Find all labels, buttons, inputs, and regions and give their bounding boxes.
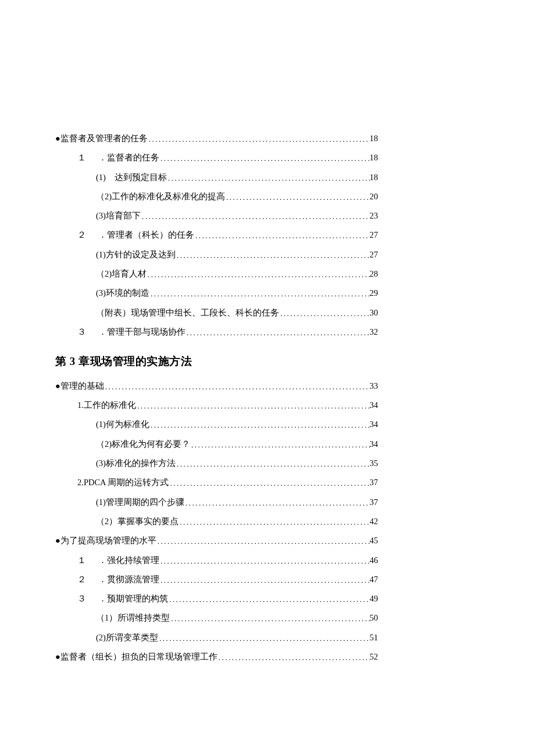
toc-leader-dots: ........................................… (176, 459, 370, 470)
toc-entry-label: （附表）现场管理中组长、工段长、科长的任务 (96, 307, 279, 318)
toc-leader-dots: ........................................… (169, 478, 369, 489)
toc-leader-dots: ........................................… (149, 289, 370, 299)
toc-entry-label: （2)培育人材 (96, 268, 147, 280)
toc-entry: （2）掌握事实的要点..............................… (55, 515, 378, 527)
toc-container: ●监督者及管理者的任务.............................… (55, 132, 378, 662)
toc-entry-page: 18 (370, 152, 379, 163)
toc-entry-page: 33 (370, 380, 379, 392)
toc-entry: １．监督者的任务................................… (55, 152, 378, 163)
toc-entry: （1）所谓维持类型...............................… (55, 612, 378, 624)
toc-leader-dots: ........................................… (194, 231, 370, 241)
toc-entry-page: 30 (370, 307, 379, 318)
toc-entry-label: (3)环境的制造 (96, 287, 149, 299)
toc-entry-page: 28 (370, 268, 379, 280)
toc-entry-page: 50 (370, 612, 379, 624)
toc-entry-page: 45 (370, 535, 379, 546)
toc-leader-dots: ........................................… (279, 309, 370, 319)
toc-entry-label: 2.PDCA 周期的运转方式 (77, 476, 169, 488)
toc-entry: (1)方针的设定及达到.............................… (55, 249, 378, 260)
toc-entry-label: (1)方针的设定及达到 (96, 249, 176, 260)
toc-entry-page: 34 (370, 438, 379, 450)
toc-entry-label: (3)标准化的操作方法 (96, 457, 176, 469)
toc-entry: (2)所谓变革类型...............................… (55, 632, 378, 643)
toc-leader-dots: ........................................… (179, 517, 369, 528)
toc-entry-label: (1) 达到预定目标 (96, 171, 167, 183)
toc-entry-label: ●为了提高现场管理的水平 (55, 535, 156, 546)
toc-entry-page: 27 (370, 229, 379, 241)
toc-entry-label: １．监督者的任务 (77, 152, 159, 163)
toc-leader-dots: ........................................… (190, 440, 369, 450)
toc-entry-label: (1)管理周期的四个步骤 (96, 496, 184, 508)
toc-entry: （2)工作的标准化及标准化的提高........................… (55, 191, 378, 202)
toc-entry-label: （2)工作的标准化及标准化的提高 (96, 191, 225, 202)
toc-leader-dots: ........................................… (168, 594, 370, 605)
toc-entry-page: 51 (370, 632, 379, 643)
toc-entry-page: 20 (370, 191, 379, 202)
toc-entry: ●监督者及管理者的任务.............................… (55, 132, 378, 144)
toc-entry: ●监督者（组长）担负的日常现场管理工作.....................… (55, 651, 378, 662)
toc-entry-page: 52 (370, 651, 379, 662)
toc-leader-dots: ........................................… (104, 382, 370, 392)
toc-entry: ●管理的基础..................................… (55, 380, 378, 392)
toc-entry: （附表）现场管理中组长、工段长、科长的任务...................… (55, 307, 378, 318)
toc-entry: (3)培育部下.................................… (55, 210, 378, 221)
toc-entry: 1.工作的标准化................................… (55, 399, 378, 411)
toc-leader-dots: ........................................… (156, 536, 370, 547)
toc-entry: (1)管理周期的四个步骤............................… (55, 496, 378, 508)
toc-leader-dots: ........................................… (159, 153, 370, 164)
toc-leader-dots: ........................................… (136, 401, 370, 411)
toc-entry-page: 35 (370, 457, 379, 469)
toc-entry-page: 18 (370, 132, 379, 144)
toc-entry-label: （2)标准化为何有必要？ (96, 438, 190, 450)
toc-entry: （2)培育人材.................................… (55, 268, 378, 280)
toc-leader-dots: ........................................… (176, 250, 370, 261)
toc-entry-label: （1）所谓维持类型 (96, 612, 170, 624)
toc-entry: １．强化持续管理................................… (55, 554, 378, 566)
toc-entry: 2.PDCA 周期的运转方式..........................… (55, 476, 378, 488)
toc-entry-label: ●管理的基础 (55, 380, 104, 392)
toc-entry-page: 27 (370, 249, 379, 260)
toc-leader-dots: ........................................… (149, 420, 370, 431)
toc-entry-label: (3)培育部下 (96, 210, 141, 221)
toc-entry-page: 49 (370, 593, 379, 604)
toc-entry: ３．预期管理的构筑...............................… (55, 593, 378, 604)
toc-entry: ●为了提高现场管理的水平............................… (55, 535, 378, 546)
toc-leader-dots: ........................................… (158, 633, 370, 644)
toc-entry: (3)环境的制造................................… (55, 287, 378, 299)
toc-leader-dots: ........................................… (184, 498, 370, 508)
toc-entry-label: （2）掌握事实的要点 (96, 515, 179, 527)
toc-leader-dots: ........................................… (186, 328, 370, 338)
toc-entry-label: １．强化持续管理 (77, 554, 159, 566)
toc-entry: （2)标准化为何有必要？............................… (55, 438, 378, 450)
toc-entry-label: ３．预期管理的构筑 (77, 593, 168, 604)
toc-entry: ２．贯彻源流管理................................… (55, 574, 378, 585)
toc-entry-label: ●监督者（组长）担负的日常现场管理工作 (55, 651, 217, 662)
toc-entry-page: 23 (370, 210, 379, 221)
toc-entry-label: ２．贯彻源流管理 (77, 574, 159, 585)
toc-entry-label: (1)何为标准化 (96, 418, 149, 430)
toc-entry-page: 32 (370, 326, 379, 338)
toc-leader-dots: ........................................… (225, 192, 369, 203)
chapter-heading: 第 3 章现场管理的实施方法 (55, 354, 378, 370)
toc-entry-page: 46 (370, 554, 379, 566)
toc-entry: (3)标准化的操作方法.............................… (55, 457, 378, 469)
toc-entry-label: ●监督者及管理者的任务 (55, 132, 148, 144)
toc-leader-dots: ........................................… (170, 614, 369, 624)
toc-entry: (1)何为标准化................................… (55, 418, 378, 430)
toc-entry: ３．管理干部与现场协作.............................… (55, 326, 378, 338)
toc-entry-page: 42 (370, 515, 379, 527)
toc-leader-dots: ........................................… (167, 173, 370, 184)
toc-entry-label: (2)所谓变革类型 (96, 632, 158, 643)
toc-leader-dots: ........................................… (148, 134, 370, 145)
toc-leader-dots: ........................................… (141, 212, 370, 222)
toc-entry-page: 34 (370, 399, 379, 411)
toc-entry-page: 29 (370, 287, 379, 299)
toc-entry-label: ２．管理者（科长）的任务 (77, 229, 194, 241)
toc-entry-page: 18 (370, 171, 379, 183)
toc-entry-page: 47 (370, 574, 379, 585)
toc-entry: (1) 达到预定目标..............................… (55, 171, 378, 183)
toc-leader-dots: ........................................… (159, 575, 370, 586)
toc-entry-page: 37 (370, 496, 379, 508)
toc-entry-label: 1.工作的标准化 (77, 399, 136, 411)
toc-leader-dots: ........................................… (159, 556, 370, 567)
